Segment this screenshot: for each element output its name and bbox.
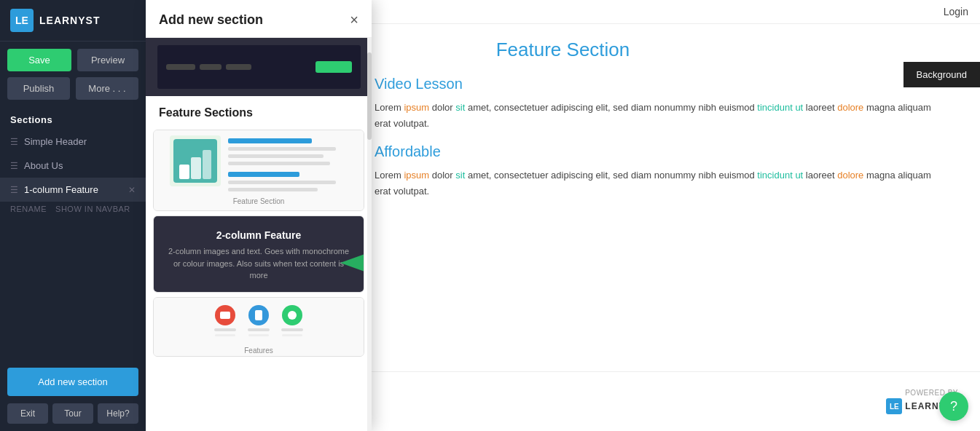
sidebar-actions: Save Preview [0, 41, 146, 76]
preview-button[interactable]: Preview [77, 49, 138, 71]
template-card-icons[interactable]: Features [153, 297, 364, 357]
rename-link[interactable]: RENAME [10, 205, 47, 213]
selection-arrow [340, 250, 364, 279]
sidebar-item-simple-header[interactable]: ☰ Simple Header [0, 130, 146, 154]
login-link[interactable]: Login [944, 6, 968, 17]
footer-logo-icon: LE [886, 398, 902, 414]
sidebar-actions2: Publish More . . . [0, 76, 146, 107]
svg-rect-1 [179, 165, 189, 179]
drag-icon: ☰ [10, 137, 18, 147]
more-button[interactable]: More . . . [76, 77, 138, 100]
section-rename-bar: RENAME SHOW IN NAVBAR [0, 202, 146, 219]
modal-body[interactable]: Feature Sections [146, 38, 372, 431]
exit-button[interactable]: Exit [7, 403, 48, 424]
sidebar-logo: LE LEARNYST [0, 0, 146, 41]
add-new-section-button[interactable]: Add new section [7, 368, 138, 396]
logo-name: LEARNYST [39, 15, 100, 26]
card-preview-1col: Feature Section [154, 130, 364, 210]
support-bubble[interactable]: ? [939, 392, 968, 421]
svg-rect-3 [203, 150, 211, 179]
feature-subtitle-1: Video Lesson [375, 76, 941, 92]
feature-sections-label: Feature Sections [146, 96, 372, 125]
top-preview-thumbnail [146, 38, 372, 96]
drag-icon: ☰ [10, 185, 18, 195]
sidebar-item-about-us[interactable]: ☰ About Us [0, 154, 146, 178]
svg-rect-2 [191, 157, 201, 179]
feature-text-block: Video Lesson Lorem ipsum dolor sit amet,… [357, 68, 958, 211]
preview-green-btn [315, 61, 352, 73]
add-section-modal: Add new section × Feature Sections [146, 0, 372, 431]
help-button[interactable]: Help? [98, 403, 138, 424]
logo-icon: LE [10, 9, 34, 32]
sidebar-item-label: About Us [24, 160, 63, 171]
modal-scrollbar[interactable] [367, 38, 372, 431]
scrollbar-thumb [367, 52, 372, 140]
preview-inner [157, 45, 361, 89]
drag-icon: ☰ [10, 161, 18, 171]
sidebar: LE LEARNYST Save Preview Publish More . … [0, 0, 146, 431]
sidebar-bottom: Exit Tour Help? [0, 403, 146, 431]
card-2col-desc: 2-column images and text. Goes with mono… [164, 245, 353, 282]
save-button[interactable]: Save [7, 49, 71, 71]
sidebar-item-label: Simple Header [24, 136, 87, 147]
card-icons-preview: Features [154, 298, 364, 356]
template-card-dark-content: 2-column Feature 2-column images and tex… [154, 216, 364, 292]
modal-header: Add new section × [146, 0, 372, 38]
show-navbar-link[interactable]: SHOW IN NAVBAR [55, 205, 130, 213]
feature-subtitle-2: Affordable [375, 143, 941, 160]
svg-marker-4 [340, 250, 364, 276]
feature-para-2: Lorem ipsum dolor sit amet, consectetuer… [375, 167, 941, 199]
close-icon[interactable]: ✕ [128, 185, 136, 195]
background-button[interactable]: Background [903, 62, 980, 87]
template-card-1col[interactable]: Feature Section [153, 130, 364, 211]
publish-button[interactable]: Publish [7, 77, 70, 100]
card-2col-title: 2-column Feature [164, 229, 353, 241]
sidebar-item-label: 1-column Feature [24, 184, 98, 195]
tour-button[interactable]: Tour [52, 403, 93, 424]
sections-label: Sections [0, 107, 146, 130]
template-card-2col[interactable]: 2-column Feature 2-column images and tex… [153, 216, 364, 293]
feature-para-1: Lorem ipsum dolor sit amet, consectetuer… [375, 100, 941, 132]
modal-title: Add new section [159, 12, 263, 28]
sidebar-item-1col-feature[interactable]: ☰ 1-column Feature ✕ [0, 178, 146, 202]
modal-close-button[interactable]: × [350, 12, 358, 28]
